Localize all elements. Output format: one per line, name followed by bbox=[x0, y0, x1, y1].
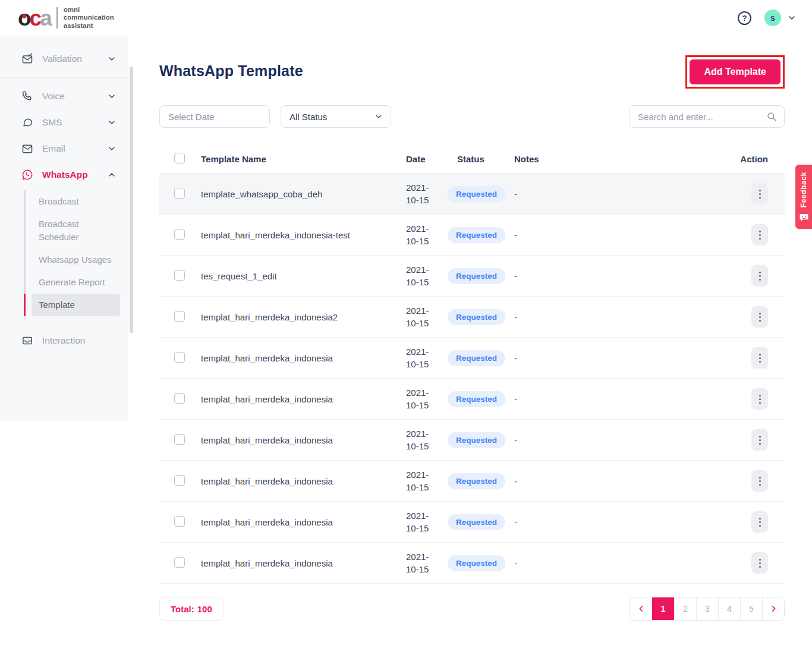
row-actions-kebab-icon[interactable] bbox=[751, 183, 768, 204]
sidebar-item-validation[interactable]: Validation bbox=[0, 46, 128, 72]
status-badge: Requested bbox=[448, 350, 505, 366]
status-badge: Requested bbox=[448, 186, 505, 202]
row-checkbox[interactable] bbox=[174, 393, 185, 404]
select-all-checkbox[interactable] bbox=[174, 153, 185, 163]
total-label: Total: bbox=[171, 604, 194, 614]
table-row: templat_hari_merdeka_indonesia-test 2021… bbox=[159, 214, 785, 255]
sidebar-item-label: Validation bbox=[42, 54, 107, 64]
sidebar-scrollbar[interactable] bbox=[130, 67, 133, 333]
sidebar-item-sms[interactable]: SMS bbox=[0, 109, 128, 136]
status-badge: Requested bbox=[448, 514, 505, 530]
date-cell: 2021- 10-15 bbox=[406, 263, 448, 288]
search-input[interactable] bbox=[638, 112, 766, 122]
sidebar-subitem-label: Whatsapp Usages bbox=[39, 254, 112, 265]
date-filter-input[interactable] bbox=[159, 105, 270, 128]
notes-cell: - bbox=[514, 435, 731, 445]
chevron-down-icon[interactable] bbox=[787, 13, 797, 23]
pagination-page-1[interactable]: 1 bbox=[652, 597, 674, 620]
row-checkbox[interactable] bbox=[174, 475, 185, 486]
row-actions-kebab-icon[interactable] bbox=[751, 511, 768, 533]
notes-cell: - bbox=[514, 353, 731, 363]
table-footer: Total: 100 1 2 3 4 5 bbox=[159, 597, 785, 621]
sidebar-item-interaction[interactable]: Interaction bbox=[0, 328, 128, 354]
row-checkbox[interactable] bbox=[174, 434, 185, 445]
whatsapp-icon bbox=[21, 169, 33, 181]
column-header-action: Action bbox=[731, 154, 785, 164]
row-actions-kebab-icon[interactable] bbox=[751, 552, 768, 574]
pagination-prev-button[interactable] bbox=[630, 597, 652, 620]
date-cell: 2021- 10-15 bbox=[406, 386, 448, 411]
sidebar-item-whatsapp-usages[interactable]: Whatsapp Usages bbox=[32, 248, 120, 271]
date-cell: 2021- 10-15 bbox=[406, 345, 448, 370]
help-icon[interactable]: ? bbox=[738, 11, 751, 25]
filter-bar: All Status bbox=[159, 105, 785, 128]
sidebar-item-label: Interaction bbox=[42, 335, 117, 346]
sidebar-item-label: SMS bbox=[42, 117, 107, 128]
date-cell: 2021- 10-15 bbox=[406, 304, 448, 329]
row-actions-kebab-icon[interactable] bbox=[751, 429, 768, 451]
status-cell: Requested bbox=[448, 186, 514, 202]
sidebar-item-broadcast[interactable]: Broadcast bbox=[32, 190, 120, 213]
row-checkbox[interactable] bbox=[174, 188, 185, 199]
sidebar-item-email[interactable]: Email bbox=[0, 136, 128, 162]
template-name-cell: template_whatsapp_coba_deh bbox=[201, 189, 406, 199]
table-row: templat_hari_merdeka_indonesia 2021- 10-… bbox=[159, 378, 785, 419]
status-cell: Requested bbox=[448, 309, 514, 325]
pagination: 1 2 3 4 5 bbox=[630, 597, 785, 621]
total-count: Total: 100 bbox=[159, 597, 224, 621]
phone-icon bbox=[21, 90, 33, 102]
row-actions-kebab-icon[interactable] bbox=[751, 470, 768, 492]
template-name-cell: templat_hari_merdeka_indonesia bbox=[201, 435, 406, 445]
status-cell: Requested bbox=[448, 391, 514, 407]
avatar[interactable]: s bbox=[764, 10, 781, 26]
sidebar-item-whatsapp[interactable]: WhatsApp bbox=[0, 162, 128, 188]
sidebar-item-voice[interactable]: Voice bbox=[0, 83, 128, 109]
row-checkbox[interactable] bbox=[174, 516, 185, 527]
date-cell: 2021- 10-15 bbox=[406, 509, 448, 534]
row-actions-kebab-icon[interactable] bbox=[751, 265, 768, 287]
pagination-page-2[interactable]: 2 bbox=[674, 597, 696, 620]
sidebar-divider bbox=[0, 77, 128, 78]
status-badge: Requested bbox=[448, 268, 505, 284]
row-checkbox[interactable] bbox=[174, 557, 185, 568]
status-badge: Requested bbox=[448, 227, 505, 243]
table-row: templat_hari_merdeka_indonesia 2021- 10-… bbox=[159, 542, 785, 583]
date-cell: 2021- 10-15 bbox=[406, 468, 448, 493]
pagination-page-3[interactable]: 3 bbox=[696, 597, 718, 620]
status-cell: Requested bbox=[448, 432, 514, 448]
notes-cell: - bbox=[514, 558, 731, 568]
row-actions-kebab-icon[interactable] bbox=[751, 388, 768, 410]
template-name-cell: templat_hari_merdeka_indonesia bbox=[201, 517, 406, 527]
chevron-right-icon bbox=[769, 604, 778, 613]
column-header-template-name: Template Name bbox=[201, 154, 406, 164]
sidebar-item-generate-report[interactable]: Generate Report bbox=[32, 271, 120, 294]
pagination-page-5[interactable]: 5 bbox=[740, 597, 762, 620]
feedback-tab[interactable]: Feedback bbox=[795, 165, 812, 229]
row-checkbox[interactable] bbox=[174, 229, 185, 240]
search-icon[interactable] bbox=[766, 111, 777, 122]
chevron-left-icon bbox=[637, 604, 646, 613]
row-actions-kebab-icon[interactable] bbox=[751, 347, 768, 369]
status-badge: Requested bbox=[448, 391, 505, 407]
column-header-date: Date bbox=[406, 154, 448, 164]
template-name-cell: templat_hari_merdeka_indonesia bbox=[201, 394, 406, 404]
add-template-button[interactable]: Add Template bbox=[690, 59, 780, 84]
pagination-page-4[interactable]: 4 bbox=[718, 597, 740, 620]
row-actions-kebab-icon[interactable] bbox=[751, 224, 768, 246]
status-filter-select[interactable]: All Status bbox=[281, 105, 391, 128]
row-checkbox[interactable] bbox=[174, 352, 185, 363]
logo-letters: oca bbox=[18, 7, 51, 29]
sidebar-item-broadcast-scheduler[interactable]: Broadcast Scheduler bbox=[32, 213, 120, 248]
notes-cell: - bbox=[514, 271, 731, 281]
account-menu[interactable]: s bbox=[764, 10, 797, 26]
sidebar-item-template[interactable]: Template bbox=[32, 294, 120, 316]
logo-dot bbox=[22, 14, 26, 18]
inbox-icon bbox=[21, 335, 33, 347]
pagination-next-button[interactable] bbox=[762, 597, 784, 620]
row-checkbox[interactable] bbox=[174, 270, 185, 281]
status-cell: Requested bbox=[448, 555, 514, 571]
chevron-down-icon bbox=[107, 144, 117, 153]
whatsapp-template-page: oca omni communication assistant ? s Val… bbox=[0, 0, 812, 645]
row-checkbox[interactable] bbox=[174, 311, 185, 322]
row-actions-kebab-icon[interactable] bbox=[751, 306, 768, 328]
